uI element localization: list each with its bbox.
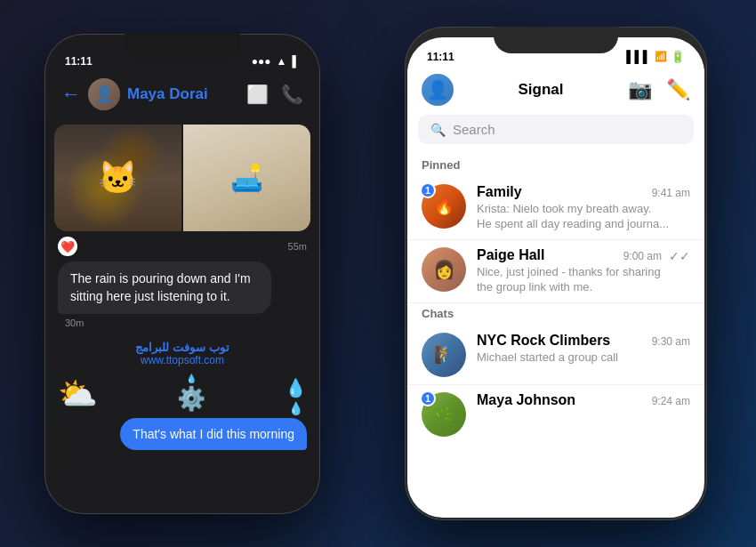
- signal-icon: ▌▌▌: [626, 50, 651, 63]
- sofa-photo: 🛋️: [183, 125, 310, 231]
- nyc-chat-content: NYC Rock Climbers 9:30 am Michael starte…: [477, 333, 690, 366]
- family-badge: 1: [420, 182, 436, 198]
- search-magnifier-icon: 🔍: [430, 123, 446, 137]
- received-timestamp: 30m: [65, 318, 307, 328]
- signal-user-avatar[interactable]: 👤: [422, 74, 454, 106]
- camera-icon[interactable]: 📷: [628, 78, 652, 101]
- paige-avatar-icon: 👩: [433, 259, 455, 280]
- pinned-section-label: Pinned: [407, 155, 704, 177]
- family-chat-name: Family: [477, 184, 522, 200]
- signal-bars-icon: ●●●: [252, 55, 271, 68]
- chat-item-paige[interactable]: 👩 Paige Hall 9:00 am ✓✓ Nice, just joine…: [407, 240, 704, 303]
- nyc-avatar: 🧗: [422, 333, 466, 377]
- signal-app-title: Signal: [518, 81, 563, 99]
- drop1: 💧: [285, 377, 307, 398]
- paige-name-row: Paige Hall 9:00 am ✓✓: [477, 247, 690, 263]
- paige-chat-name: Paige Hall: [477, 247, 544, 263]
- left-phone-screen: 11:11 ●●● ▲ ▌ ← 👤 Maya Dorai ⬜ 📞: [47, 44, 318, 511]
- image-grid: 🐱 🛋️: [54, 125, 310, 231]
- search-placeholder: Search: [453, 122, 495, 137]
- maya-j-name-row: Maya Johnson 9:24 am: [477, 392, 690, 408]
- drops-icon: 💧 💧: [284, 377, 307, 413]
- chat-item-family[interactable]: 🔥 1 Family 9:41 am Krista: Nielo took my…: [407, 177, 704, 240]
- wifi-icon: ▲: [277, 55, 287, 68]
- left-phone: 11:11 ●●● ▲ ▌ ← 👤 Maya Dorai ⬜ 📞: [44, 34, 320, 514]
- user-avatar-icon: 👤: [427, 79, 449, 101]
- right-phone-screen: 11:11 ▌▌▌ 📶 🔋 👤 Signal 📷 ✏️ 🔍 Search Pin: [407, 37, 704, 518]
- nyc-preview: Michael started a group call: [477, 350, 655, 366]
- right-phone-notch: [494, 27, 618, 53]
- right-time: 11:11: [427, 51, 454, 63]
- maya-j-name: Maya Johnson: [477, 392, 575, 408]
- signal-header: 👤 Signal 📷 ✏️: [407, 68, 704, 115]
- battery-icon: 🔋: [671, 50, 685, 63]
- nyc-chat-time: 9:30 am: [652, 335, 690, 348]
- wifi-icon: 📶: [655, 51, 667, 62]
- paige-avatar: 👩: [422, 247, 466, 292]
- family-chat-time: 9:41 am: [652, 187, 690, 199]
- nyc-chat-name: NYC Rock Climbers: [477, 333, 610, 349]
- maya-j-content: Maya Johnson 9:24 am: [477, 392, 690, 410]
- left-time: 11:11: [65, 55, 92, 68]
- cloud-sticker: ⛅: [58, 375, 98, 413]
- received-message-container: The rain is pouring down and I'm sitting…: [54, 261, 310, 337]
- maya-j-avatar-container: 🌿 1: [422, 392, 466, 437]
- family-avatar-container: 🔥 1: [422, 184, 466, 229]
- heart-reaction: ❤️: [58, 237, 77, 256]
- sent-bubble: That's what I did this morning: [120, 418, 307, 450]
- left-chat-header: ← 👤 Maya Dorai ⬜ 📞: [47, 71, 318, 117]
- watermark-overlay: توب سوفت للبرامج www.ttopsoft.com: [54, 337, 310, 370]
- chat-item-maya-johnson[interactable]: 🌿 1 Maya Johnson 9:24 am: [407, 385, 704, 444]
- signal-header-actions: 📷 ✏️: [628, 78, 690, 101]
- reaction-row: ❤️ 55m: [54, 237, 310, 261]
- contact-avatar: 👤: [88, 78, 120, 110]
- sofa-image: 🛋️: [183, 125, 310, 231]
- chat-item-nyc[interactable]: 🧗 NYC Rock Climbers 9:30 am Michael star…: [407, 326, 704, 385]
- right-status-icons: ▌▌▌ 📶 🔋: [626, 50, 685, 63]
- paige-time-row: 9:00 am ✓✓: [623, 249, 690, 263]
- cat-photo: 🐱: [54, 125, 181, 231]
- paige-preview: Nice, just joined - thanks for sharing t…: [477, 265, 690, 295]
- search-bar[interactable]: 🔍 Search: [418, 115, 694, 144]
- gear-sticker: 💧 ⚙️: [177, 374, 205, 413]
- chat-messages-area: 🐱 🛋️ ❤️ 55m The rain is pouring down and…: [47, 117, 318, 464]
- paige-chat-time: 9:00 am: [623, 250, 662, 262]
- right-phone: 11:11 ▌▌▌ 📶 🔋 👤 Signal 📷 ✏️ 🔍 Search Pin: [405, 27, 707, 520]
- family-name-row: Family 9:41 am: [477, 184, 690, 200]
- paige-avatar-container: 👩: [422, 247, 466, 292]
- nyc-avatar-container: 🧗: [422, 333, 466, 377]
- header-action-icons: ⬜ 📞: [246, 84, 303, 105]
- cat-image: 🐱: [54, 125, 181, 231]
- video-call-icon[interactable]: ⬜: [246, 84, 269, 105]
- chats-section-label: Chats: [407, 303, 704, 326]
- drop2: 💧: [288, 401, 303, 415]
- left-phone-notch: [125, 34, 240, 59]
- phone-call-icon[interactable]: 📞: [281, 84, 303, 105]
- gear-drop-icon: ⚙️: [177, 385, 205, 413]
- left-status-icons: ●●● ▲ ▌: [252, 55, 300, 68]
- paige-chat-content: Paige Hall 9:00 am ✓✓ Nice, just joined …: [477, 247, 690, 295]
- sent-message-row: That's what I did this morning: [54, 418, 310, 450]
- back-button[interactable]: ←: [61, 83, 81, 106]
- family-chat-content: Family 9:41 am Krista: Nielo took my bre…: [477, 184, 690, 232]
- image-timestamp: 55m: [288, 241, 307, 252]
- avatar-person-icon: 👤: [94, 84, 114, 104]
- battery-icon: ▌: [292, 55, 300, 68]
- sticker-row: ⛅ 💧 ⚙️ 💧 💧: [54, 374, 310, 413]
- maya-j-badge: 1: [420, 390, 436, 406]
- family-preview: Krista: Nielo took my breath away. He sp…: [477, 202, 690, 232]
- read-receipt-icon: ✓✓: [669, 249, 690, 263]
- arabic-text: توب سوفت للبرامج: [54, 341, 310, 354]
- drop-icon: 💧: [186, 374, 197, 383]
- nyc-name-row: NYC Rock Climbers 9:30 am: [477, 333, 690, 349]
- maya-j-time: 9:24 am: [652, 395, 690, 407]
- watermark-url: www.ttopsoft.com: [54, 354, 310, 366]
- contact-name[interactable]: Maya Dorai: [127, 85, 246, 103]
- compose-icon[interactable]: ✏️: [666, 78, 690, 101]
- received-bubble: The rain is pouring down and I'm sitting…: [58, 261, 271, 314]
